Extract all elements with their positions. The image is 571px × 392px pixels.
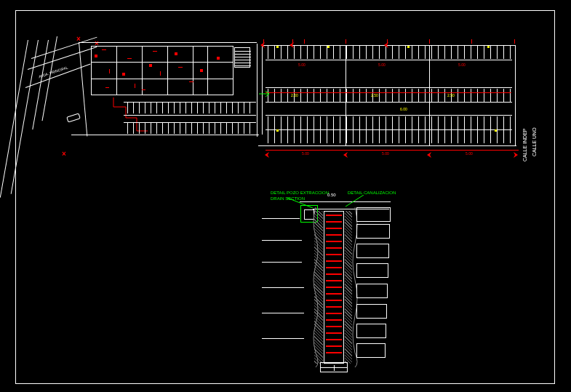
stall-tick: [145, 102, 145, 113]
stall-tick: [497, 116, 498, 129]
stall-tick: [444, 130, 445, 143]
stall-tick: [174, 102, 175, 113]
stall-tick: [197, 102, 198, 113]
rebar: [326, 287, 342, 288]
parking-edge: [124, 102, 256, 103]
stall-tick: [191, 122, 192, 134]
stall-tick: [438, 116, 439, 129]
boundary: [71, 135, 259, 135]
stall-tick: [215, 122, 215, 134]
stall-tick: [471, 89, 471, 102]
stall-tick: [392, 89, 393, 102]
stall-tick: [162, 102, 163, 113]
rebar: [326, 326, 342, 327]
stall-tick: [471, 130, 471, 143]
yellow-tick: [407, 46, 410, 48]
stall-tick: [294, 130, 295, 143]
stall-tick: [133, 122, 134, 134]
leader: [262, 240, 302, 241]
stall-tick: [418, 130, 419, 143]
stall-tick: [490, 89, 491, 102]
stall-tick: [490, 130, 491, 143]
yellow-tick: [327, 46, 330, 48]
stall-tick: [139, 102, 140, 113]
stall-tick: [431, 46, 432, 59]
rebar: [326, 300, 342, 301]
stall-tick: [497, 46, 498, 59]
dim-label: 5.00: [298, 63, 306, 67]
rebar: [326, 247, 342, 249]
stall-tick: [359, 116, 360, 129]
stall-tick: [274, 89, 275, 102]
stall-tick: [197, 122, 198, 134]
stall-tick: [127, 122, 128, 134]
rebar: [326, 221, 342, 223]
dim-label: 2.50: [447, 93, 455, 97]
red-arrow-icon: [343, 148, 349, 153]
stall-tick: [307, 130, 308, 143]
stall-tick: [180, 122, 180, 134]
stall-tick: [353, 46, 354, 59]
fixture: [105, 87, 109, 88]
red-arrow-icon: [384, 38, 390, 44]
parking-edge: [124, 115, 256, 116]
dim-label: 2.50: [291, 93, 298, 97]
strata-layer: [356, 343, 386, 358]
stall-tick: [185, 122, 186, 134]
stall-tick: [209, 102, 209, 113]
fixture: [142, 89, 145, 90]
stall-tick: [249, 102, 250, 113]
stall-tick: [399, 130, 399, 143]
rebar: [326, 254, 342, 255]
stall-tick: [340, 46, 340, 59]
stall-tick: [471, 46, 471, 59]
stall-tick: [510, 130, 511, 143]
wall: [91, 79, 233, 79]
detail-dim: 0.50: [327, 193, 336, 197]
stall-tick: [232, 102, 233, 113]
stall-tick: [418, 46, 419, 59]
stall-tick: [444, 89, 445, 102]
aisle: [265, 102, 512, 103]
rebar: [326, 228, 342, 229]
boundary: [79, 42, 257, 43]
stall-tick: [300, 46, 301, 59]
door-mark: [127, 58, 132, 59]
stall-tick: [484, 46, 484, 59]
dim-label: 2.50: [371, 93, 378, 97]
stall-tick: [431, 130, 432, 143]
rebar: [326, 345, 342, 347]
red-dim-line: [265, 92, 511, 93]
stall-tick: [346, 130, 347, 143]
yellow-tick: [276, 129, 279, 132]
stall-tick: [444, 116, 445, 129]
wall: [193, 46, 193, 95]
rebar: [326, 306, 342, 308]
stall-tick: [300, 130, 301, 143]
stall-tick: [484, 89, 484, 102]
stall-tick: [307, 116, 308, 129]
red-arrow-icon: [260, 38, 266, 44]
red-arrow-icon: [265, 148, 271, 153]
stall-tick: [418, 89, 419, 102]
stall-tick: [215, 102, 215, 113]
stall-tick: [180, 102, 180, 113]
stall-tick: [127, 102, 128, 113]
stall-tick: [145, 122, 145, 134]
leader: [262, 313, 304, 313]
door-mark: [135, 84, 135, 88]
stall-tick: [333, 46, 334, 59]
stall-tick: [156, 122, 157, 134]
stall-tick: [340, 116, 340, 129]
stall-tick: [372, 46, 373, 59]
stall-tick: [412, 130, 412, 143]
wall: [233, 46, 233, 95]
stall-tick: [386, 116, 386, 129]
stall-tick: [444, 46, 445, 59]
leader: [262, 338, 304, 339]
stall-tick: [392, 46, 393, 59]
stall-tick: [477, 116, 478, 129]
stall-tick: [451, 116, 452, 129]
svg-line-0: [287, 198, 313, 208]
wall: [167, 46, 168, 95]
